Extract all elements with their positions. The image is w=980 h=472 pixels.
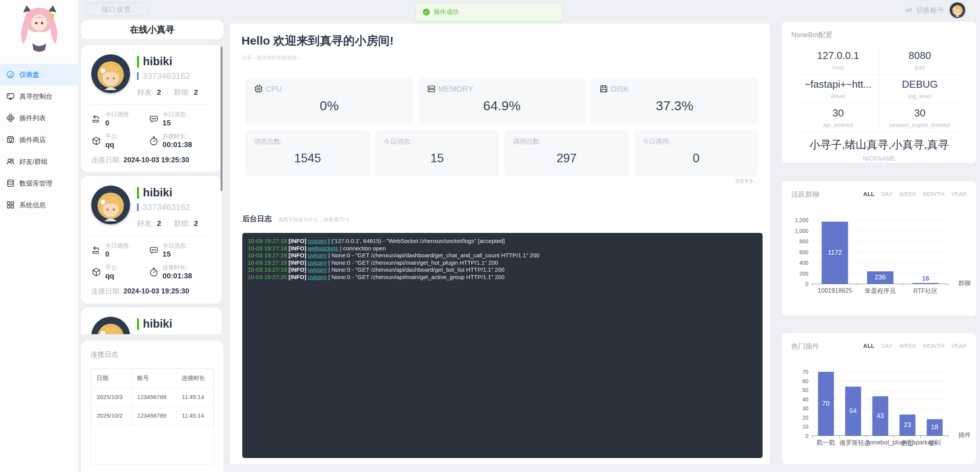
call-count-icon <box>91 114 101 124</box>
x-axis-name: 群聊 <box>958 279 971 288</box>
chart-range-tab-month[interactable]: MONTH <box>923 342 944 349</box>
sidebar-item-database[interactable]: 数据库管理 <box>0 172 78 194</box>
bar-色图[interactable]: 23 <box>900 415 916 436</box>
log-level: [INFO] <box>288 266 308 273</box>
bot-card: hibiki 3373463162 好友:2 群组:2 今日调用:0 今日消息:… <box>81 176 222 304</box>
console-icon <box>6 92 15 101</box>
bar-value-label: 16 <box>922 275 929 283</box>
friends-count: 2 <box>157 88 161 97</box>
bar-nonebot_plugin_sparkapi[interactable]: 43 <box>872 396 888 436</box>
platform-icon <box>91 136 101 146</box>
y-tick-label: 0 <box>788 433 808 439</box>
bot-name: hibiki <box>143 55 172 68</box>
x-category-label: 签到 <box>921 439 948 447</box>
online-indicator-bar <box>137 318 139 330</box>
sidebar-item-plugin-list[interactable]: 插件列表 <box>0 107 78 129</box>
log-source-link[interactable]: uvicorn <box>308 266 327 273</box>
sidebar-item-label: 好友/群组 <box>19 157 48 166</box>
sidebar-item-label: 插件商店 <box>19 135 46 144</box>
nickname-value: 小寻子,绪山真寻,小真寻,真寻 <box>782 137 976 152</box>
bot-avatar[interactable] <box>91 186 130 224</box>
sidebar-item-plugin-store[interactable]: 插件商店 <box>0 129 78 151</box>
online-bots-title: 在线小真寻 <box>81 20 223 39</box>
account-avatar-image <box>950 2 965 18</box>
bar-value-label: 70 <box>822 400 830 408</box>
disk-card: DISK 37.3% <box>591 78 758 125</box>
bot-name: hibiki <box>143 186 172 199</box>
bot-avatar[interactable] <box>91 317 130 334</box>
bar-签到[interactable]: 18 <box>927 419 943 436</box>
system-icon <box>6 201 15 209</box>
log-timestamp: 10-03 19:27:20 <box>248 274 288 280</box>
friends-icon <box>6 157 15 166</box>
y-tick-label: 800 <box>788 238 808 245</box>
total-calls-value: 297 <box>513 151 620 165</box>
today-message-value: 15 <box>163 250 188 259</box>
counter-stats-row: 消息总数: 1545 今日消息: 15 调用总数: 297 今日调用: 0 <box>245 130 758 177</box>
y-tick-label: 50 <box>788 387 808 393</box>
app-logo <box>0 0 78 58</box>
y-tick-label: 0 <box>788 281 808 287</box>
today-call-label: 今日调用: <box>105 111 130 118</box>
duration-value: 00:01:38 <box>163 272 192 280</box>
view-more-link[interactable]: 查看更多... <box>735 178 758 185</box>
sidebar-item-system-info[interactable]: 系统信息 <box>0 194 78 216</box>
log-source-link[interactable]: websockets <box>308 245 338 252</box>
chart-range-tab-year[interactable]: YEAR <box>951 342 967 349</box>
sidebar-item-label: 仪表盘 <box>19 70 39 79</box>
memory-value: 64.9% <box>427 98 577 113</box>
log-source-link[interactable]: uvicorn <box>308 274 327 280</box>
connect-date-value: 2024-10-03 19:25:30 <box>123 287 189 295</box>
log-message: | None:0 - "GET /zhenxun/api/dashboard/g… <box>327 266 504 273</box>
bot-list-scrollbar[interactable] <box>221 47 222 191</box>
bar-俄罗斯轮盘[interactable]: 54 <box>845 387 861 436</box>
bot-avatar-image <box>91 54 130 93</box>
bar-value-label: 1172 <box>828 249 842 257</box>
chibi-logo-image <box>10 3 68 57</box>
log-level: [INFO] <box>288 238 308 244</box>
log-source-link[interactable]: uvicorn <box>308 238 327 244</box>
nonebot-config-title: NoneBot配置 <box>791 30 832 40</box>
platform-label: 平台: <box>105 264 118 271</box>
bot-avatar[interactable] <box>91 54 130 93</box>
sidebar-item-dashboard[interactable]: 仪表盘 <box>0 64 78 85</box>
friends-count: 2 <box>157 219 161 228</box>
switch-account-button[interactable]: ⇌ 切换账号 <box>905 2 965 18</box>
log-console[interactable]: 10-03 19:27:18 [INFO] uvicorn | ('127.0.… <box>242 233 763 458</box>
config-item: 30api_timeout <box>798 103 879 132</box>
sidebar-item-label: 数据库管理 <box>19 179 52 188</box>
table-row: 2025/10/312345678911:45:14 <box>91 388 214 406</box>
connect-date-label: 连接日期: <box>91 156 121 164</box>
chart-range-tab-day[interactable]: DAY <box>881 342 893 349</box>
store-icon <box>6 135 15 144</box>
chart-range-tab-week[interactable]: WEEK <box>899 342 916 349</box>
total-messages-value: 1545 <box>254 151 361 165</box>
bar-1001918625[interactable]: 1172 <box>822 222 848 284</box>
chart-range-tab-week[interactable]: WEEK <box>899 191 916 197</box>
chart-range-tab-month[interactable]: MONTH <box>923 191 944 197</box>
log-source-link[interactable]: uvicorn <box>308 259 327 266</box>
success-toast: ✓ 操作成功 <box>415 3 562 21</box>
chart-range-tab-all[interactable]: ALL <box>863 191 874 197</box>
platform-label: 平台: <box>105 133 118 140</box>
switch-account-label: 切换账号 <box>916 5 944 15</box>
chart-range-tab-year[interactable]: YEAR <box>951 191 967 197</box>
table-cell: 123456789 <box>132 388 176 406</box>
online-indicator-bar <box>137 187 139 199</box>
config-value: 8080 <box>879 50 961 62</box>
call-count-icon <box>91 245 101 255</box>
port-settings-button[interactable]: 端口设置 <box>84 2 149 16</box>
log-message: | None:0 - "GET /zhenxun/api/dashboard/g… <box>327 252 539 259</box>
sidebar-item-console[interactable]: 真寻控制台 <box>0 85 78 107</box>
y-tick-label: 40 <box>788 396 808 403</box>
chart-range-tab-all[interactable]: ALL <box>863 342 874 349</box>
y-tick-label: 10 <box>788 423 808 430</box>
bar-笨蛋程序员[interactable]: 236 <box>867 271 893 284</box>
sidebar-item-friends-groups[interactable]: 好友/群组 <box>0 151 78 172</box>
log-source-link[interactable]: uvicorn <box>308 252 327 259</box>
bar-RTF社区[interactable] <box>912 283 939 284</box>
chart-range-tab-day[interactable]: DAY <box>881 191 893 197</box>
account-avatar[interactable] <box>950 2 965 18</box>
table-cell: 11:45:14 <box>176 406 214 425</box>
bar-戳一戳[interactable]: 70 <box>818 372 834 436</box>
